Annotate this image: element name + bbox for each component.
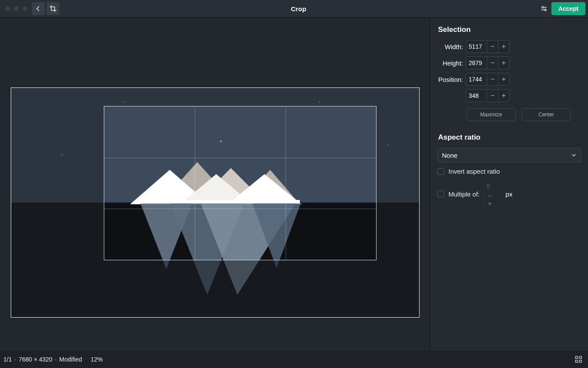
multiple-of-checkbox[interactable] xyxy=(437,190,444,197)
center-button[interactable]: Center xyxy=(522,108,571,121)
height-input[interactable] xyxy=(466,57,487,69)
svg-point-1 xyxy=(544,9,546,11)
footer-index: 1/1 xyxy=(3,356,12,363)
pos-x-decrement[interactable]: − xyxy=(487,73,498,85)
pos-x-input[interactable] xyxy=(466,73,487,85)
svg-rect-21 xyxy=(579,360,582,362)
aspect-ratio-select[interactable]: None xyxy=(437,148,581,162)
maximize-button[interactable]: Maximize xyxy=(467,108,516,121)
pos-y-increment[interactable]: + xyxy=(498,90,509,102)
height-decrement[interactable]: − xyxy=(487,57,498,69)
window-controls xyxy=(5,6,28,11)
pos-y-decrement[interactable]: − xyxy=(487,90,498,102)
aspect-ratio-value: None xyxy=(442,152,457,159)
pos-y-spin[interactable]: − + xyxy=(466,89,510,102)
window-close-dot[interactable] xyxy=(5,6,10,11)
footer-sep2: · xyxy=(55,356,57,363)
multiple-of-unit: px xyxy=(506,190,513,198)
footer-status: Modified xyxy=(59,356,82,363)
pos-x-spin[interactable]: − + xyxy=(466,73,510,86)
window-title: Crop xyxy=(60,5,537,12)
width-input[interactable] xyxy=(466,41,487,53)
accept-button[interactable]: Accept xyxy=(551,2,585,15)
window-max-dot[interactable] xyxy=(22,6,28,11)
canvas-area[interactable] xyxy=(0,18,430,351)
crop-icon xyxy=(50,5,56,12)
svg-rect-20 xyxy=(576,360,578,362)
chevron-left-icon xyxy=(35,6,41,12)
pos-y-input[interactable] xyxy=(466,90,487,102)
adjust-button[interactable] xyxy=(538,2,551,15)
svg-point-0 xyxy=(542,6,544,8)
width-spin[interactable]: − + xyxy=(466,40,510,53)
multiple-of-spin[interactable]: − + xyxy=(484,180,501,208)
height-increment[interactable]: + xyxy=(498,57,509,69)
width-decrement[interactable]: − xyxy=(487,41,498,53)
back-button[interactable] xyxy=(32,2,45,15)
statusbar: 1/1 · 7680 × 4320 · Modified 12% xyxy=(0,351,588,368)
multiple-of-label: Multiple of: xyxy=(448,190,480,198)
selection-heading: Selection xyxy=(438,25,581,34)
image-frame xyxy=(11,87,420,318)
crop-selection[interactable] xyxy=(104,106,376,260)
crop-tool-button[interactable] xyxy=(47,2,59,15)
chevron-down-icon xyxy=(571,153,576,158)
svg-rect-18 xyxy=(576,356,578,359)
svg-rect-19 xyxy=(579,356,582,359)
width-label: Width: xyxy=(437,43,463,50)
position-label: Position: xyxy=(437,76,463,83)
footer-sep1: · xyxy=(14,356,16,363)
sliders-icon xyxy=(541,5,548,12)
width-increment[interactable]: + xyxy=(498,41,509,53)
multiple-of-input[interactable] xyxy=(484,180,501,192)
gallery-button[interactable] xyxy=(572,353,585,365)
grid-icon xyxy=(575,356,582,363)
sidebar: Selection Width: − + Height: − + Positio… xyxy=(430,18,588,351)
height-label: Height: xyxy=(437,59,463,67)
invert-aspect-label: Invert aspect ratio xyxy=(448,168,500,175)
multiple-of-increment[interactable]: + xyxy=(484,200,495,208)
multiple-of-decrement[interactable]: − xyxy=(484,192,495,200)
aspect-heading: Aspect ratio xyxy=(438,133,581,142)
invert-aspect-checkbox[interactable] xyxy=(437,168,444,175)
footer-dims: 7680 × 4320 xyxy=(19,356,52,363)
height-spin[interactable]: − + xyxy=(466,56,510,69)
titlebar: Crop Accept xyxy=(0,0,588,18)
pos-x-increment[interactable]: + xyxy=(498,73,509,85)
window-min-dot[interactable] xyxy=(14,6,19,11)
footer-zoom: 12% xyxy=(90,356,103,363)
